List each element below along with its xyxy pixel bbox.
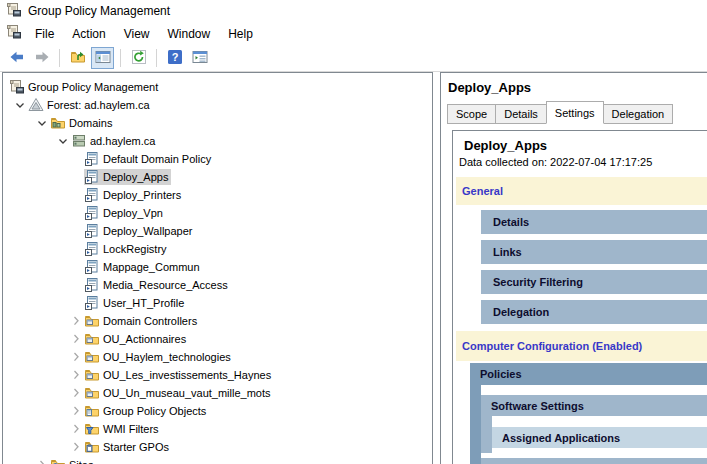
tree-item-label: Deploy_Printers bbox=[103, 188, 184, 202]
menu-bar: FileActionViewWindowHelp bbox=[0, 22, 707, 45]
chevron-right-icon[interactable] bbox=[67, 331, 84, 347]
tree-node-body[interactable]: Deploy_Printers bbox=[84, 187, 184, 203]
tree-node-body[interactable]: Forest: ad.haylem.ca bbox=[28, 97, 153, 113]
tree-node-body[interactable]: Deploy_Vpn bbox=[84, 205, 166, 221]
tree-item-group-policy-objects[interactable]: Group Policy Objects bbox=[3, 402, 432, 420]
tree-item-deploy-apps[interactable]: Deploy_Apps bbox=[3, 168, 432, 186]
tree-item-user-ht-profile[interactable]: User_HT_Profile bbox=[3, 294, 432, 312]
tree-item-domains[interactable]: Domains bbox=[3, 114, 432, 132]
tree-node-body[interactable]: Deploy_Wallpaper bbox=[84, 223, 195, 239]
gpo-icon bbox=[84, 205, 100, 221]
report-section-computer-configuration[interactable]: Computer Configuration (Enabled) bbox=[456, 331, 707, 361]
chevron-down-icon[interactable] bbox=[54, 133, 71, 149]
tree-node-body[interactable]: Starter GPOs bbox=[84, 439, 172, 455]
menu-item-window[interactable]: Window bbox=[159, 24, 220, 44]
action-pane-toggle-button[interactable] bbox=[188, 47, 211, 69]
chevron-right-icon[interactable] bbox=[67, 439, 84, 455]
tree-item-domain-controllers[interactable]: Domain Controllers bbox=[3, 312, 432, 330]
help-button[interactable]: ? bbox=[163, 47, 186, 69]
tree-item-deploy-wallpaper[interactable]: Deploy_Wallpaper bbox=[3, 222, 432, 240]
menu-item-help[interactable]: Help bbox=[219, 24, 262, 44]
chevron-right-icon[interactable] bbox=[67, 403, 84, 419]
wmi-folder-icon bbox=[84, 421, 100, 437]
gpo-icon bbox=[84, 241, 100, 257]
chevron-right-icon[interactable] bbox=[67, 313, 84, 329]
chevron-right-icon[interactable] bbox=[67, 349, 84, 365]
tree-node-body[interactable]: OU_Actionnaires bbox=[84, 331, 189, 347]
report-section-general[interactable]: General bbox=[456, 177, 707, 205]
toolbar: ? bbox=[0, 45, 707, 72]
general-row-delegation[interactable]: Delegation bbox=[481, 300, 707, 324]
general-row-links[interactable]: Links bbox=[481, 240, 707, 264]
tree-node-body[interactable]: User_HT_Profile bbox=[84, 295, 187, 311]
tree-node-body[interactable]: Default Domain Policy bbox=[84, 151, 214, 167]
gpmc-console-icon[interactable] bbox=[6, 24, 22, 43]
tree-node-body[interactable]: OU_Haylem_technologies bbox=[84, 349, 234, 365]
tab-settings[interactable]: Settings bbox=[546, 101, 604, 124]
domains-folder-icon bbox=[50, 115, 66, 131]
tree-node-body[interactable]: Mappage_Commun bbox=[84, 259, 203, 275]
tree-node-body[interactable]: OU_Les_investissements_Haynes bbox=[84, 367, 274, 383]
chevron-placeholder bbox=[67, 169, 84, 185]
tree-node-body[interactable]: Domains bbox=[50, 115, 115, 131]
tree-item-group-policy-management[interactable]: Group Policy Management bbox=[3, 78, 432, 96]
chevron-down-icon[interactable] bbox=[11, 97, 28, 113]
general-row-details[interactable]: Details bbox=[481, 210, 707, 234]
tree-item-default-domain-policy[interactable]: Default Domain Policy bbox=[3, 150, 432, 168]
chevron-right-icon[interactable] bbox=[67, 385, 84, 401]
menu-item-file[interactable]: File bbox=[26, 24, 63, 44]
console-tree: Group Policy ManagementForest: ad.haylem… bbox=[2, 72, 433, 464]
tree-item-sites[interactable]: Sites bbox=[3, 456, 432, 464]
tree-item-ou-actionnaires[interactable]: OU_Actionnaires bbox=[3, 330, 432, 348]
chevron-right-icon[interactable] bbox=[67, 421, 84, 437]
tree-node-body[interactable]: Sites bbox=[50, 457, 96, 464]
tree-item-deploy-vpn[interactable]: Deploy_Vpn bbox=[3, 204, 432, 222]
tab-scope[interactable]: Scope bbox=[447, 104, 496, 124]
tree-node-body[interactable]: WMI Filters bbox=[84, 421, 162, 437]
tab-delegation[interactable]: Delegation bbox=[603, 104, 674, 124]
software-settings-row[interactable]: Software Settings bbox=[481, 395, 707, 416]
tree-item-lockregistry[interactable]: LockRegistry bbox=[3, 240, 432, 258]
policies-row[interactable]: Policies bbox=[470, 363, 707, 385]
tree-node-body[interactable]: Domain Controllers bbox=[84, 313, 200, 329]
tree-item-ad-haylem-ca[interactable]: ad.haylem.ca bbox=[3, 132, 432, 150]
chevron-down-icon[interactable] bbox=[33, 115, 50, 131]
details-pane: Deploy_Apps ScopeDetailsSettingsDelegati… bbox=[440, 72, 707, 464]
tree-item-forest-ad-haylem-ca[interactable]: Forest: ad.haylem.ca bbox=[3, 96, 432, 114]
console-tree-toggle-button[interactable] bbox=[91, 47, 114, 69]
tree-item-ou-haylem-technologies[interactable]: OU_Haylem_technologies bbox=[3, 348, 432, 366]
tree-node-body[interactable]: Group Policy Objects bbox=[84, 403, 209, 419]
chevron-placeholder bbox=[67, 223, 84, 239]
tree-node-body[interactable]: ad.haylem.ca bbox=[71, 133, 158, 149]
selected-tree-node[interactable]: Deploy_Apps bbox=[84, 169, 171, 185]
report-gpo-name: Deploy_Apps bbox=[464, 138, 707, 154]
tree-item-mappage-commun[interactable]: Mappage_Commun bbox=[3, 258, 432, 276]
back-arrow-button[interactable] bbox=[5, 47, 28, 69]
tree-item-label: Domains bbox=[69, 116, 115, 130]
up-folder-button[interactable] bbox=[66, 47, 89, 69]
menu-item-action[interactable]: Action bbox=[63, 24, 114, 44]
tree-item-starter-gpos[interactable]: Starter GPOs bbox=[3, 438, 432, 456]
tree-node-body[interactable]: Group Policy Management bbox=[9, 79, 161, 95]
tree-item-ou-les-investissements-haynes[interactable]: OU_Les_investissements_Haynes bbox=[3, 366, 432, 384]
tree-item-label: LockRegistry bbox=[103, 242, 170, 256]
tree-node-body[interactable]: OU_Un_museau_vaut_mille_mots bbox=[84, 385, 274, 401]
menu-item-view[interactable]: View bbox=[115, 24, 159, 44]
tree-item-deploy-printers[interactable]: Deploy_Printers bbox=[3, 186, 432, 204]
tree-item-media-resource-access[interactable]: Media_Resource_Access bbox=[3, 276, 432, 294]
ou-folder-icon bbox=[84, 313, 100, 329]
report-next-section-partial[interactable] bbox=[481, 458, 707, 464]
assigned-applications-row[interactable]: Assigned Applications bbox=[492, 427, 707, 448]
tab-details[interactable]: Details bbox=[495, 104, 547, 124]
window-title: Group Policy Management bbox=[28, 4, 170, 18]
refresh-button[interactable] bbox=[127, 47, 150, 69]
general-row-security-filtering[interactable]: Security Filtering bbox=[481, 270, 707, 294]
chevron-right-icon[interactable] bbox=[67, 367, 84, 383]
forward-arrow-button[interactable] bbox=[30, 47, 53, 69]
tree-node-body[interactable]: LockRegistry bbox=[84, 241, 170, 257]
tree-item-wmi-filters[interactable]: WMI Filters bbox=[3, 420, 432, 438]
tree-node-body[interactable]: Media_Resource_Access bbox=[84, 277, 231, 293]
chevron-right-icon[interactable] bbox=[33, 457, 50, 464]
tree-item-ou-un-museau-vaut-mille-mots[interactable]: OU_Un_museau_vaut_mille_mots bbox=[3, 384, 432, 402]
tab-strip: ScopeDetailsSettingsDelegation bbox=[447, 101, 707, 124]
